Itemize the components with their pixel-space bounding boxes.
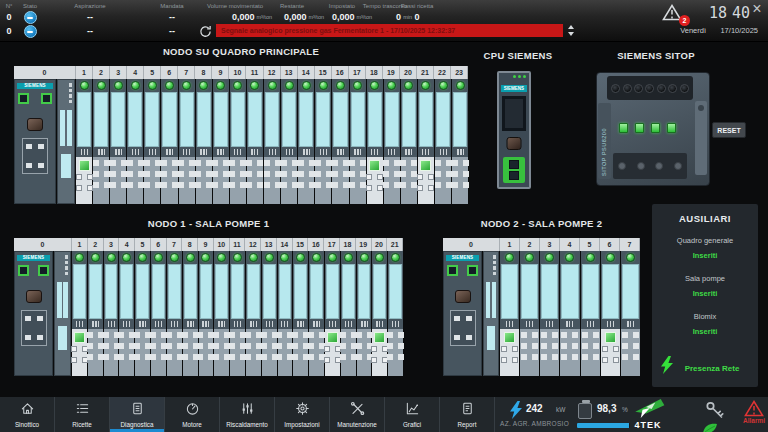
plc-io-module-2 bbox=[88, 251, 103, 376]
clock-time: 1840 bbox=[700, 4, 750, 22]
rack-slot-header: 5 bbox=[580, 238, 600, 251]
module-status-led bbox=[201, 253, 210, 262]
module-label-area bbox=[152, 264, 165, 319]
plc-io-module-5 bbox=[135, 251, 150, 376]
module-label-area bbox=[77, 92, 91, 147]
alarm-refresh-icon[interactable] bbox=[199, 24, 212, 37]
rack-slot-header: 15 bbox=[315, 66, 332, 79]
module-label-area bbox=[73, 264, 86, 319]
plc-io-module-1 bbox=[500, 251, 519, 376]
rack-slot-header: 3 bbox=[104, 238, 120, 251]
rack-slot-header: 7 bbox=[178, 66, 195, 79]
rack-slot-header: 7 bbox=[167, 238, 183, 251]
nav-item-grafici[interactable]: Grafici bbox=[385, 397, 440, 432]
alarm-banner[interactable]: Segnale analogico pressione gas Fermenta… bbox=[216, 24, 563, 37]
module-label-area bbox=[94, 92, 108, 147]
module-label-area bbox=[402, 92, 416, 147]
module-label-area bbox=[215, 264, 228, 319]
rack-slot-header: 20 bbox=[372, 238, 388, 251]
module-label-area bbox=[310, 264, 323, 319]
plc-io-module-12 bbox=[264, 79, 280, 204]
module-status-led bbox=[312, 253, 321, 262]
module-status-led bbox=[302, 81, 311, 90]
module-status-led bbox=[328, 253, 337, 262]
cpu-mode-button bbox=[26, 290, 42, 303]
reset-button[interactable]: RESET bbox=[712, 122, 746, 138]
plc-interface-module bbox=[483, 251, 499, 376]
plc-interface-module bbox=[57, 79, 75, 204]
module-label-area bbox=[521, 264, 538, 319]
module-label-area bbox=[89, 264, 102, 319]
alarm-scroll-spinner[interactable] bbox=[566, 23, 576, 38]
rack-slot-header: 11 bbox=[246, 66, 263, 79]
nav-item-impostazioni[interactable]: Impostazioni bbox=[275, 397, 330, 432]
module-label-area bbox=[602, 264, 619, 319]
alarm-warning-icon[interactable]: 2 bbox=[662, 4, 686, 24]
module-label-area bbox=[436, 92, 450, 147]
rack-slot-header: 15 bbox=[293, 238, 309, 251]
module-status-led bbox=[344, 253, 353, 262]
rack-slot-header: 23 bbox=[451, 66, 468, 79]
module-status-led bbox=[626, 253, 635, 262]
module-label-area bbox=[541, 264, 558, 319]
module-status-led bbox=[165, 81, 174, 90]
nav-item-ricette[interactable]: Ricette bbox=[55, 397, 110, 432]
rack-slot-header: 2 bbox=[520, 238, 540, 251]
module-label-area bbox=[368, 92, 382, 147]
module-label-area bbox=[582, 264, 599, 319]
hmi-screen: N° 0 0 Stato Aspirazione -- -- Mandata -… bbox=[0, 0, 768, 432]
rack-slot-header: 9 bbox=[198, 238, 214, 251]
plc-io-module-18 bbox=[341, 251, 356, 376]
rack-slot-header: 4 bbox=[560, 238, 580, 251]
nav-item-riscaldamento[interactable]: Riscaldamento bbox=[220, 397, 275, 432]
close-icon[interactable]: × bbox=[748, 0, 766, 18]
plc-io-module-20 bbox=[372, 251, 387, 376]
module-ok-indicator bbox=[504, 332, 515, 343]
nav-item-sinottico[interactable]: Sinottico bbox=[0, 397, 55, 432]
rack-title: NODO SU QUADRO PRINCIPALE bbox=[14, 46, 468, 58]
module-label-area bbox=[247, 264, 260, 319]
rack-slot-header: 6 bbox=[600, 238, 620, 251]
module-status-led bbox=[296, 253, 305, 262]
nav-item-manutenzione[interactable]: Manutenzione bbox=[330, 397, 385, 432]
module-status-led bbox=[114, 81, 123, 90]
gauge-icon bbox=[185, 401, 200, 420]
module-status-led bbox=[375, 253, 384, 262]
module-status-led bbox=[170, 253, 179, 262]
plc-io-module-16 bbox=[332, 79, 348, 204]
nav-item-diagnostica[interactable]: Diagnostica bbox=[110, 397, 165, 432]
aux-status-biomix: Inseriti bbox=[652, 327, 758, 336]
module-status-led bbox=[439, 81, 448, 90]
module-label-area bbox=[168, 264, 181, 319]
module-status-led bbox=[387, 81, 396, 90]
module-status-led bbox=[233, 253, 242, 262]
row2-stato-indicator[interactable] bbox=[24, 25, 37, 38]
module-label-area bbox=[214, 92, 228, 147]
plc-io-module-9 bbox=[199, 251, 214, 376]
plc-io-module-8 bbox=[183, 251, 198, 376]
sitop-top-terminals bbox=[607, 76, 693, 100]
plc-io-module-19 bbox=[384, 79, 400, 204]
rack-slot-header: 16 bbox=[332, 66, 349, 79]
rack-title: NODO 1 - SALA POMPE 1 bbox=[14, 218, 403, 230]
nav-item-report[interactable]: Report bbox=[440, 397, 495, 432]
module-status-led bbox=[606, 253, 615, 262]
module-status-led bbox=[75, 253, 84, 262]
module-ok-indicator bbox=[605, 332, 616, 343]
column-numero: N° 0 0 bbox=[2, 0, 16, 42]
row1-stato-indicator[interactable] bbox=[24, 11, 37, 24]
module-ok-indicator bbox=[74, 332, 85, 343]
module-status-led bbox=[182, 81, 191, 90]
rack-slot-header: 14 bbox=[277, 238, 293, 251]
fuel-level-icon bbox=[578, 403, 592, 419]
column-mandata: Mandata -- -- bbox=[140, 0, 204, 42]
plc-io-module-9 bbox=[213, 79, 229, 204]
module-ok-indicator bbox=[79, 160, 90, 171]
plc-io-module-7 bbox=[621, 251, 640, 376]
key-login-icon[interactable] bbox=[704, 400, 726, 420]
nav-item-motore[interactable]: Motore bbox=[165, 397, 220, 432]
sitop-section-title: SIEMENS SITOP bbox=[596, 50, 716, 61]
4tek-logo: 4TEK bbox=[628, 398, 668, 431]
module-status-led bbox=[456, 81, 465, 90]
allarmi-icon[interactable] bbox=[744, 400, 764, 416]
